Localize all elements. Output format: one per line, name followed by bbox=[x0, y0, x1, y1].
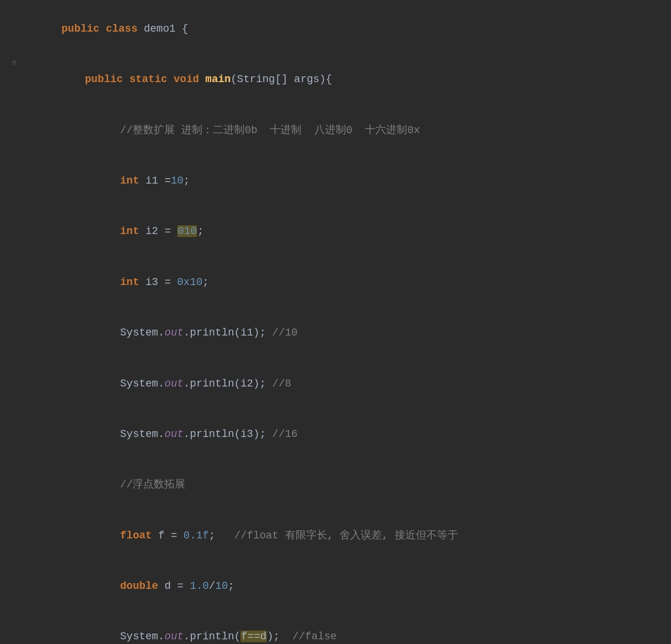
line-content-11: float f = 0.1f; //float 有限字长, 舍入误差, 接近但不… bbox=[19, 510, 671, 561]
println4a: println( bbox=[190, 631, 240, 642]
line-content-5: int i2 = 010; bbox=[19, 206, 671, 257]
line-content-9: System.out.println(i3); //16 bbox=[19, 409, 671, 459]
comment-8: //8 bbox=[272, 378, 291, 389]
var-i2: i2 = bbox=[145, 225, 177, 237]
println4b: ); bbox=[267, 631, 292, 642]
println2: println(i2); bbox=[190, 378, 272, 389]
line-content-4: int i1 =10; bbox=[19, 155, 671, 206]
line-content-7: System.out.println(i1); //10 bbox=[19, 307, 671, 358]
keyword-float: float bbox=[120, 530, 158, 541]
keyword-public2: public bbox=[85, 73, 130, 85]
code-line-4: int i1 =10; bbox=[0, 155, 671, 206]
num-10b: 10 bbox=[215, 580, 228, 592]
println3: println(i3); bbox=[190, 428, 272, 440]
paren-close: ){ bbox=[320, 73, 333, 85]
method-main: main bbox=[205, 73, 231, 85]
line-content-3: //整数扩展 进制：二进制0b 十进制 八进制0 十六进制0x bbox=[19, 105, 671, 155]
semi1: ; bbox=[184, 175, 190, 187]
semi2: ; bbox=[197, 225, 204, 237]
code-line-5: int i2 = 010; bbox=[0, 206, 671, 257]
code-line-8: System.out.println(i2); //8 bbox=[0, 358, 671, 409]
comment-1: //整数扩展 进制：二进制0b 十进制 八进制0 十六进制0x bbox=[120, 124, 420, 136]
feqd: f==d bbox=[240, 631, 267, 642]
num-0x10: 0x10 bbox=[177, 276, 202, 288]
comment-16: //16 bbox=[272, 428, 297, 440]
string-array-param: String[] args bbox=[237, 73, 319, 85]
var-i1: i1 = bbox=[145, 175, 171, 187]
gutter-2: ▽ bbox=[0, 58, 19, 69]
code-line-6: int i3 = 0x10; bbox=[0, 257, 671, 307]
keyword-int3: int bbox=[120, 276, 145, 288]
system4: System. bbox=[120, 631, 165, 642]
line-content-2: public static void main(String[] args){ bbox=[19, 54, 671, 104]
semi4: ; bbox=[209, 530, 234, 541]
code-line-12: double d = 1.0/10; bbox=[0, 561, 671, 611]
num-0.1f: 0.1f bbox=[184, 530, 209, 541]
line-content-1: public class demo1 { bbox=[19, 4, 671, 54]
var-f: f = bbox=[158, 530, 184, 541]
semi3: ; bbox=[202, 276, 209, 288]
line-content-13: System.out.println(f==d); //false bbox=[19, 612, 671, 644]
dot1: . bbox=[184, 327, 190, 338]
system3: System. bbox=[120, 428, 165, 440]
code-editor: public class demo1 { ▽ public static voi… bbox=[0, 0, 671, 644]
line-content-12: double d = 1.0/10; bbox=[19, 561, 671, 611]
dot4: . bbox=[184, 631, 190, 642]
fold-icon: ▽ bbox=[12, 58, 16, 69]
line-content-10: //浮点数拓展 bbox=[19, 460, 671, 510]
comment-float-desc: //float 有限字长, 舍入误差, 接近但不等于 bbox=[234, 530, 458, 541]
out3: out bbox=[164, 428, 183, 440]
code-line-10: //浮点数拓展 bbox=[0, 460, 671, 510]
keyword-int1: int bbox=[120, 175, 145, 187]
var-d: d = bbox=[164, 580, 189, 592]
line-content-8: System.out.println(i2); //8 bbox=[19, 358, 671, 409]
code-line-1: public class demo1 { bbox=[0, 4, 671, 54]
keyword-class: class bbox=[106, 23, 144, 35]
system1: System. bbox=[120, 327, 165, 338]
keyword-static: static bbox=[129, 73, 174, 85]
dot3: . bbox=[184, 428, 190, 440]
code-line-3: //整数扩展 进制：二进制0b 十进制 八进制0 十六进制0x bbox=[0, 105, 671, 155]
keyword-int2: int bbox=[120, 225, 145, 237]
semi5: ; bbox=[228, 580, 234, 592]
comment-10: //10 bbox=[272, 327, 297, 338]
out1: out bbox=[164, 327, 183, 338]
println1: println(i1); bbox=[190, 327, 272, 338]
code-line-7: System.out.println(i1); //10 bbox=[0, 307, 671, 358]
num-010: 010 bbox=[177, 225, 197, 237]
keyword-public: public bbox=[62, 23, 106, 35]
code-line-2: ▽ public static void main(String[] args)… bbox=[0, 54, 671, 104]
var-i3: i3 = bbox=[145, 276, 177, 288]
dot2: . bbox=[184, 378, 190, 389]
system2: System. bbox=[120, 378, 165, 389]
code-line-9: System.out.println(i3); //16 bbox=[0, 409, 671, 459]
code-line-11: float f = 0.1f; //float 有限字长, 舍入误差, 接近但不… bbox=[0, 510, 671, 561]
out4: out bbox=[164, 631, 183, 642]
out2: out bbox=[164, 378, 183, 389]
num-10: 10 bbox=[171, 175, 184, 187]
comment-float: //浮点数拓展 bbox=[120, 479, 186, 490]
class-name-demo1: demo1 { bbox=[144, 23, 188, 35]
keyword-double: double bbox=[120, 580, 165, 592]
keyword-void: void bbox=[174, 73, 205, 85]
code-line-13: System.out.println(f==d); //false bbox=[0, 612, 671, 644]
num-1.0: 1.0 bbox=[190, 580, 209, 592]
slash10: / bbox=[209, 580, 215, 592]
line-content-6: int i3 = 0x10; bbox=[19, 257, 671, 307]
comment-false: //false bbox=[293, 631, 337, 642]
paren-open: ( bbox=[231, 73, 237, 85]
